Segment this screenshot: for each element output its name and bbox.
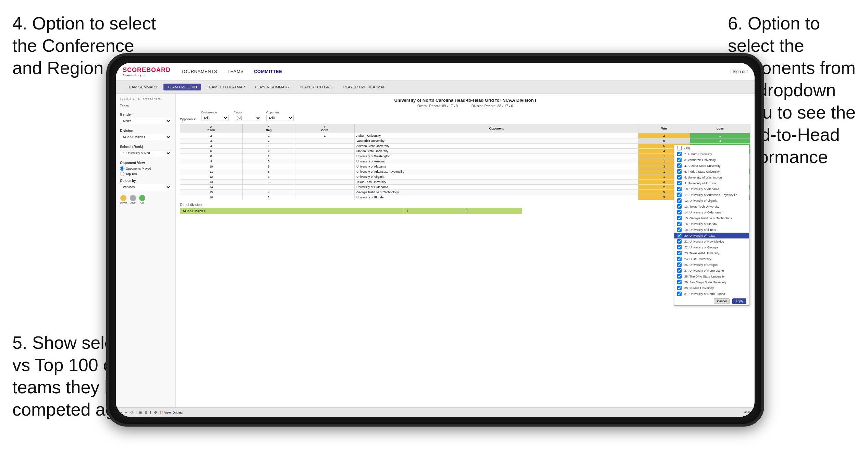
team-section: Team	[120, 104, 171, 108]
toolbar-paste[interactable]: ⊟	[145, 411, 147, 414]
dropdown-item[interactable]: 31. University of North Florida	[674, 291, 749, 297]
school-select[interactable]: 1. University of Nort...	[120, 150, 171, 156]
dropdown-item[interactable]: 27. University of Notre Dame	[674, 268, 749, 273]
col-loss: Loss	[690, 124, 750, 133]
nav-tournaments[interactable]: TOURNAMENTS	[181, 69, 217, 74]
col-conf: #Conf	[295, 124, 354, 133]
opponent-filter: Opponent (All)	[266, 111, 294, 121]
division-section: Division NCAA Division I	[120, 129, 171, 140]
out-division-table: NCAA Division II 1 0	[180, 208, 522, 214]
dropdown-item[interactable]: 3. Vanderbilt University	[674, 157, 749, 163]
dropdown-item[interactable]: 8. University of Washington	[674, 174, 749, 180]
dropdown-item[interactable]: 12. University of Virginia	[674, 198, 749, 204]
subnav-team-h2h-heatmap[interactable]: TEAM H2H HEATMAP	[203, 84, 249, 90]
radio-top100[interactable]: Top 100	[120, 172, 171, 176]
school-label: School (Rank)	[120, 145, 171, 149]
nav-signout[interactable]: | Sign out	[731, 69, 748, 74]
subnav: TEAM SUMMARY TEAM H2H GRID TEAM H2H HEAT…	[116, 81, 755, 94]
opponent-select[interactable]: (All)	[266, 115, 294, 121]
logo: SCOREBOARD Powered by ...	[123, 66, 171, 77]
overall-record: Overall Record: 89 - 17 - 0	[417, 104, 458, 108]
region-label: Region	[234, 111, 261, 114]
conference-select[interactable]: (All)	[201, 115, 229, 121]
toolbar-clock[interactable]: ⏱	[154, 411, 157, 414]
toolbar-redo[interactable]: ↪	[125, 411, 127, 414]
division-label: Division	[120, 129, 171, 133]
grid-subtitle: Overall Record: 89 - 17 - 0 Division Rec…	[180, 104, 750, 108]
table-row: 13 1 Texas Tech University 3 0	[180, 180, 750, 185]
table-row: 9 3 University of Arizona 1 0	[180, 159, 750, 164]
main-content: Last Updated: 4/... 2024 16:55:38 Team G…	[116, 94, 755, 417]
table-row: 16 2 University of Florida 5 1	[180, 195, 750, 200]
colour-label: Colour by	[120, 179, 171, 183]
color-up	[139, 195, 145, 201]
division-record: Division Record: 88 - 17 - 0	[472, 104, 513, 108]
dropdown-item[interactable]: 25. University of Oregon	[674, 262, 749, 268]
radio-opponents-played[interactable]: Opponents Played	[120, 166, 171, 171]
col-rank: #Rank	[180, 124, 243, 133]
dropdown-item[interactable]: (All)	[674, 145, 749, 151]
conference-label: Conference	[201, 111, 229, 114]
toolbar: ↩ ↪ ↺ | ⊞ ⊟ | ⏱ 📋 View: Original 👁 W	[116, 407, 755, 417]
dropdown-item[interactable]: 14. University of Oklahoma	[674, 209, 749, 215]
colour-select[interactable]: Win/loss	[120, 184, 171, 190]
dropdown-item[interactable]: 11. University of Arkansas, Fayetteville	[674, 192, 749, 198]
region-select[interactable]: (All)	[234, 115, 261, 121]
dropdown-item[interactable]: 15. Georgia Institute of Technology	[674, 215, 749, 221]
navbar: SCOREBOARD Powered by ... TOURNAMENTS TE…	[116, 63, 755, 81]
opponent-view-section: Opponent View Opponents Played Top 100	[120, 161, 171, 176]
timestamp: Last Updated: 4/... 2024 16:55:38	[120, 98, 171, 101]
table-row: 10 5 University of Alabama 3 0	[180, 164, 750, 169]
table-row: 2 1 1 Auburn University 2 1	[180, 133, 750, 138]
subnav-player-summary[interactable]: PLAYER SUMMARY	[251, 84, 294, 90]
color-down-label: Down	[120, 201, 127, 204]
color-up-label: Up	[140, 201, 144, 204]
team-label: Team	[120, 104, 171, 108]
apply-button[interactable]: Apply	[732, 298, 746, 304]
subnav-player-h2h-grid[interactable]: PLAYER H2H GRID	[296, 84, 338, 90]
dropdown-item[interactable]: 24. Duke University	[674, 256, 749, 262]
opponent-dropdown: (All) 2. Auburn University 3. Vanderbilt…	[674, 145, 749, 306]
table-row: 15 4 Georgia Institute of Technology 5 0	[180, 190, 750, 195]
dropdown-item[interactable]: 16. University of Florida	[674, 221, 749, 227]
subnav-team-summary[interactable]: TEAM SUMMARY	[123, 84, 162, 90]
dropdown-item[interactable]: 23. Texas A&M University	[674, 250, 749, 256]
division-select[interactable]: NCAA Division I	[120, 134, 171, 140]
subnav-team-h2h-grid[interactable]: TEAM H2H GRID	[163, 84, 201, 90]
cancel-button[interactable]: Cancel	[714, 298, 730, 304]
col-opponent: Opponent	[354, 124, 638, 133]
dropdown-item[interactable]: 2. Auburn University	[674, 151, 749, 157]
toolbar-refresh[interactable]: ↺	[130, 411, 133, 414]
dropdown-item[interactable]: 29. San Diego State University	[674, 279, 749, 285]
dropdown-item[interactable]: 10. University of Alabama	[674, 186, 749, 192]
nav-teams[interactable]: TEAMS	[228, 69, 244, 74]
dropdown-item[interactable]: 4. Arizona State University	[674, 163, 749, 169]
table-row: 8 2 University of Washington 1 0	[180, 154, 750, 159]
dropdown-item[interactable]: 28. The Ohio State University	[674, 273, 749, 279]
out-of-division: Out of division NCAA Division II 1 0	[180, 203, 750, 214]
dropdown-item[interactable]: 9. University of Arizona	[674, 180, 749, 186]
conference-filter: Conference (All)	[201, 111, 229, 121]
dropdown-item[interactable]: 22. University of Georgia	[674, 244, 749, 250]
gender-select[interactable]: Men's	[120, 118, 171, 124]
subnav-player-h2h-heatmap[interactable]: PLAYER H2H HEATMAP	[339, 84, 390, 90]
dropdown-item[interactable]: 13. Texas Tech University	[674, 204, 749, 209]
region-filter: Region (All)	[234, 111, 261, 121]
dropdown-item[interactable]: 6. Florida State University	[674, 169, 749, 174]
dropdown-actions: Cancel Apply	[674, 297, 749, 305]
grid-title: University of North Carolina Head-to-Hea…	[180, 98, 750, 103]
col-reg: #Reg	[242, 124, 295, 133]
nav-committee[interactable]: COMMITTEE	[254, 69, 282, 74]
dropdown-item[interactable]: 18. University of Illinois	[674, 227, 749, 233]
dropdown-item[interactable]: 30. Purdue University	[674, 285, 749, 291]
opponents-label: Opponents:	[180, 118, 196, 121]
color-legend: Down Level Up	[120, 195, 171, 204]
gender-section: Gender Men's	[120, 113, 171, 124]
col-win: Win	[638, 124, 690, 133]
colour-section: Colour by Win/loss	[120, 179, 171, 190]
dropdown-item[interactable]: 21. University of New Mexico	[674, 238, 749, 244]
toolbar-undo[interactable]: ↩	[119, 411, 122, 414]
toolbar-copy[interactable]: ⊞	[139, 411, 142, 414]
left-panel: Last Updated: 4/... 2024 16:55:38 Team G…	[116, 94, 176, 417]
dropdown-item[interactable]: 20. University of Texas	[674, 233, 749, 238]
